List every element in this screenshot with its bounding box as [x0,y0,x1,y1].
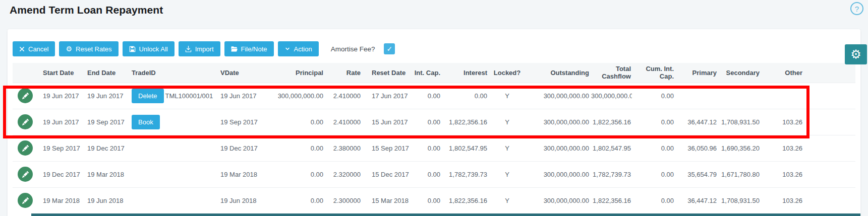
cell-trade [131,187,219,213]
column-header-secondary: Secondary [718,63,761,83]
cell-int_cap: 0.00 [410,135,441,161]
edit-row-button[interactable] [18,193,33,208]
cell-rate: 2.410000 [324,109,362,135]
action-button[interactable]: Action [278,41,319,56]
button-label: Import [195,45,214,53]
import-button[interactable]: Import [179,41,220,56]
column-header-reset_date: Reset Date [362,63,410,83]
button-label: Reset Rates [76,45,112,53]
table-row: 19 Jun 201719 Sep 2017Book19 Sep 20170.0… [13,109,855,135]
cell-rate: 2.410000 [324,83,362,109]
page-title: Amend Term Loan Repayment [10,4,163,16]
cell-primary: 36,447.12 [675,187,718,213]
cell-cum_int_cap: 0.00 [632,135,675,161]
cell-interest: 0.00 [441,83,488,109]
pencil-icon [22,171,29,178]
edit-row-button[interactable] [18,88,33,103]
trade-id-text: TML100001/001 [165,92,213,100]
cell-primary: 35,654.79 [675,161,718,187]
file-note-button[interactable]: File/Note [224,41,274,56]
cell-secondary: 1,690,356.20 [718,135,761,161]
cell-filler [803,83,855,109]
cell-other: 103.26 [761,109,803,135]
edit-row-button[interactable] [18,140,33,156]
cell-principal: 0.00 [259,187,324,213]
cell-interest: 1,822,356.16 [441,109,488,135]
cell-filler [803,135,855,161]
column-header-total_cashflow: Total Cashflow [590,63,632,83]
edit-row-button[interactable] [18,114,33,129]
cell-trade [131,161,219,187]
column-header-start_date: Start Date [42,63,86,83]
cell-cum_int_cap: 0.00 [632,109,675,135]
cell-reset_date: 15 Mar 2018 [362,187,410,213]
cell-vdate: 19 Mar 2018 [219,161,259,187]
gear-icon: ⚙ [66,45,72,52]
cell-total_cashflow: 1,802,547.95 [590,135,632,161]
cell-vdate: 19 Jun 2018 [219,187,259,213]
cell-rate: 2.300000 [324,187,362,213]
cell-principal: 0.00 [259,109,324,135]
cell-edit [13,135,42,161]
cell-interest: 1,822,356.16 [441,187,488,213]
check-icon: ✓ [387,45,393,53]
reset-rates-button[interactable]: ⚙Reset Rates [59,41,118,56]
button-label: Cancel [28,45,48,53]
book-trade-button[interactable]: Book [132,115,160,129]
cell-outstanding: 300,000,000.00 [526,109,590,135]
cell-edit [13,161,42,187]
cell-other [761,83,803,109]
column-header-edit [13,63,42,83]
cancel-button[interactable]: Cancel [13,41,55,56]
cell-start_date: 19 Jun 2017 [42,109,86,135]
cell-principal: 0.00 [259,135,324,161]
cell-vdate: 19 Dec 2017 [219,135,259,161]
cell-int_cap: 0.00 [410,161,441,187]
column-header-principal: Principal [259,63,324,83]
button-label: Action [294,45,312,53]
table-row: 19 Mar 201819 Jun 201819 Jun 20180.002.3… [13,187,855,213]
delete-trade-button[interactable]: Delete [132,89,164,103]
column-header-interest: Interest [441,63,488,83]
cell-reset_date: 15 Jun 2017 [362,109,410,135]
gear-icon: ⚙ [850,48,861,60]
cell-edit [13,187,42,213]
cell-trade: Book [131,109,219,135]
cell-rate: 2.380000 [324,135,362,161]
edit-row-button[interactable] [18,167,33,182]
cell-total_cashflow: 1,782,739.73 [590,161,632,187]
table-settings-button[interactable]: ⚙ [845,44,867,64]
cell-other: 103.26 [761,161,803,187]
save-icon [129,46,136,52]
column-header-primary: Primary [675,63,718,83]
cell-primary: 36,050.96 [675,135,718,161]
repayment-schedule-table: Start DateEnd DateTradeIDVDatePrincipalR… [13,63,855,213]
column-header-rate: Rate [324,63,362,83]
pencil-icon [22,119,29,125]
help-button[interactable]: ? [850,2,863,15]
cell-filler [803,109,855,135]
unlock-all-button[interactable]: Unlock All [123,41,175,56]
question-mark-icon: ? [855,5,859,13]
cell-reset_date: 15 Sep 2017 [362,135,410,161]
cell-interest: 1,802,547.95 [441,135,488,161]
cell-start_date: 19 Mar 2018 [42,187,86,213]
amortise-fee-checkbox[interactable]: ✓ [384,43,395,54]
cell-outstanding: 300,000,000.00 [526,187,590,213]
cell-start_date: 19 Jun 2017 [42,83,86,109]
cell-end_date: 19 Mar 2018 [86,161,131,187]
table-row: 19 Dec 201719 Mar 201819 Mar 20180.002.3… [13,161,855,187]
cell-secondary: 1,708,931.50 [718,109,761,135]
cell-primary [675,83,718,109]
cell-cum_int_cap: 0.00 [632,83,675,109]
content-card: Cancel⚙Reset RatesUnlock AllImportFile/N… [8,29,860,216]
column-header-int_cap: Int. Cap. [410,63,441,83]
cell-rate: 2.320000 [324,161,362,187]
button-label: File/Note [241,45,267,53]
cell-start_date: 19 Sep 2017 [42,135,86,161]
cell-secondary: 1,671,780.80 [718,161,761,187]
pencil-icon [22,197,29,204]
cell-cum_int_cap: 0.00 [632,161,675,187]
pencil-icon [22,145,29,152]
cell-secondary [718,83,761,109]
